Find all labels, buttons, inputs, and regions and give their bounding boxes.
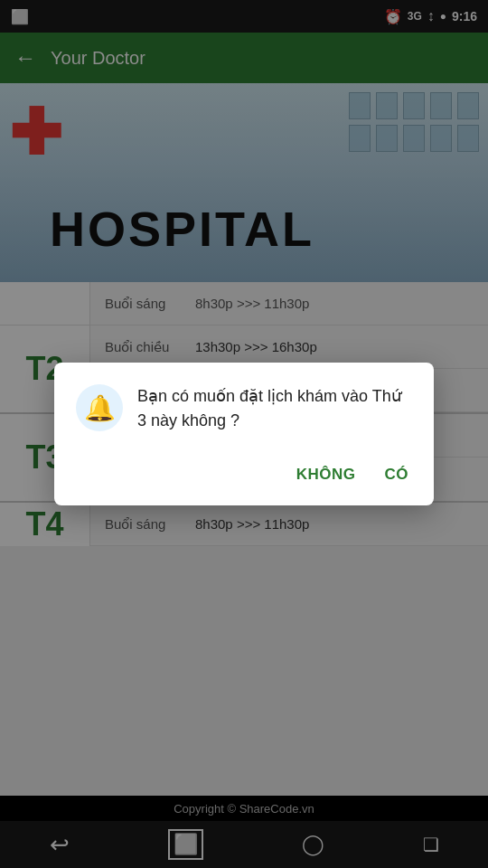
dialog-overlay: 🔔 Bạn có muốn đặt lịch khám vào Thứ 3 nà… (0, 0, 488, 868)
dialog-message: Bạn có muốn đặt lịch khám vào Thứ 3 này … (137, 384, 412, 433)
dialog-no-button[interactable]: KHÔNG (293, 458, 360, 491)
bell-icon: 🔔 (84, 393, 116, 423)
dialog-body: 🔔 Bạn có muốn đặt lịch khám vào Thứ 3 nà… (76, 384, 412, 433)
dialog-actions: KHÔNG CÓ (76, 455, 412, 491)
confirmation-dialog: 🔔 Bạn có muốn đặt lịch khám vào Thứ 3 nà… (54, 363, 434, 505)
bell-icon-container: 🔔 (76, 384, 123, 431)
dialog-yes-button[interactable]: CÓ (381, 458, 413, 491)
